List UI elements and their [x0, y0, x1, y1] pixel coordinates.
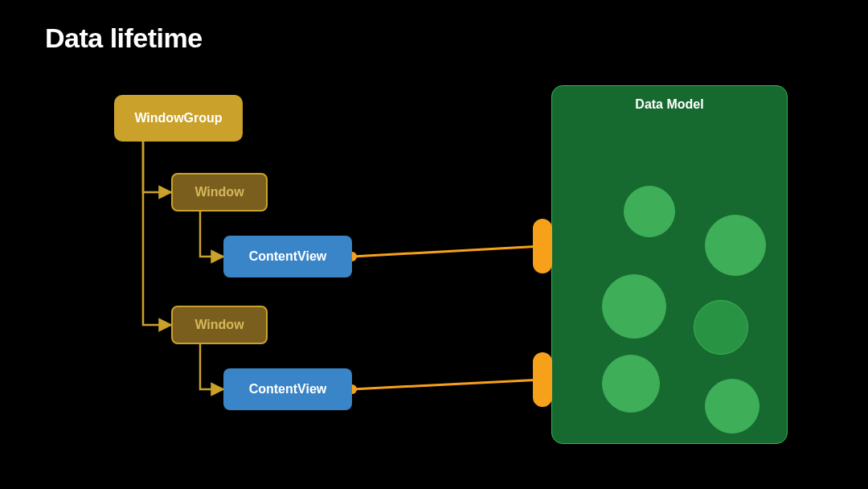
data-bubble-1	[624, 186, 675, 237]
diagram-canvas: Data Model WindowGroup Window Window Con…	[0, 0, 868, 489]
data-bubble-3	[602, 274, 666, 339]
svg-line-1	[352, 380, 542, 389]
data-model-title: Data Model	[552, 97, 787, 112]
window-label-1: Window	[194, 185, 244, 199]
svg-rect-3	[533, 219, 552, 273]
contentview-label-1: ContentView	[249, 249, 327, 264]
contentview-node-1: ContentView	[223, 236, 352, 277]
data-model-panel: Data Model	[551, 85, 788, 444]
data-bubble-2	[705, 215, 766, 276]
data-bubble-4	[694, 300, 748, 355]
windowgroup-label: WindowGroup	[134, 111, 222, 125]
svg-rect-5	[533, 352, 552, 407]
window-label-2: Window	[194, 318, 244, 332]
data-bubble-6	[705, 379, 760, 434]
windowgroup-node: WindowGroup	[114, 95, 243, 142]
window-node-1: Window	[171, 173, 268, 212]
svg-line-0	[352, 246, 542, 257]
contentview-label-2: ContentView	[249, 382, 327, 397]
contentview-node-2: ContentView	[223, 368, 352, 410]
data-bubble-5	[602, 355, 660, 413]
window-node-2: Window	[171, 306, 268, 344]
